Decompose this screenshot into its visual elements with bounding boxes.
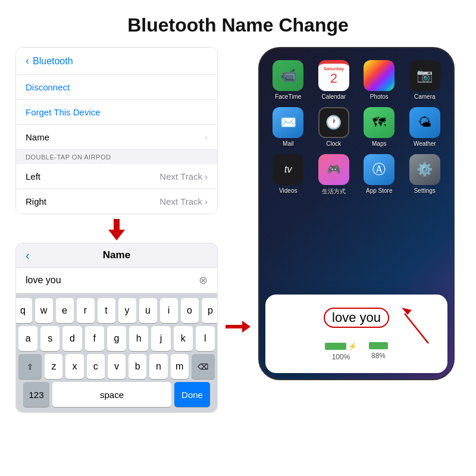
battery-bolt-icon: ⚡ — [348, 342, 357, 350]
double-tap-label: DOUBLE-TAP ON AIRPOD — [26, 154, 111, 161]
name-row[interactable]: Name › — [16, 125, 217, 150]
key-done[interactable]: Done — [174, 382, 210, 407]
key-123[interactable]: 123 — [23, 382, 49, 407]
battery-left: ⚡ 100% — [325, 342, 357, 361]
key-s[interactable]: s — [40, 326, 60, 351]
lifestyle-label: 生活方式 — [322, 187, 346, 196]
key-x[interactable]: x — [65, 354, 83, 379]
right-chevron-icon: › — [205, 196, 208, 206]
key-o[interactable]: o — [181, 298, 199, 323]
step-arrow-down — [15, 217, 218, 243]
disconnect-row[interactable]: Disconnect — [16, 75, 217, 100]
app-maps[interactable]: 🗺 Maps — [360, 107, 399, 147]
photos-icon — [364, 60, 394, 91]
key-a[interactable]: a — [18, 326, 37, 351]
phone-screen: 📹 FaceTime Saturday 2 Calendar Photos 📷 — [258, 47, 455, 380]
name-input[interactable] — [26, 275, 199, 286]
weather-icon: 🌤 — [409, 107, 440, 138]
app-clock[interactable]: 🕐 Clock — [315, 107, 353, 147]
key-u[interactable]: u — [139, 298, 157, 323]
right-row[interactable]: Right Next Track › — [16, 189, 217, 214]
battery-right-fill — [369, 342, 388, 349]
key-c[interactable]: c — [87, 354, 105, 379]
key-delete[interactable]: ⌫ — [192, 354, 215, 379]
key-l[interactable]: l — [196, 326, 215, 351]
clock-label: Clock — [326, 140, 341, 147]
key-h[interactable]: h — [129, 326, 148, 351]
key-z[interactable]: z — [45, 354, 62, 379]
appletv-icon: tv — [273, 154, 303, 185]
key-b[interactable]: b — [129, 354, 146, 379]
key-shift[interactable]: ⇧ — [18, 354, 42, 379]
app-camera[interactable]: 📷 Camera — [406, 60, 444, 100]
settings-label: Settings — [414, 187, 436, 194]
right-label: Right — [26, 196, 46, 206]
key-y[interactable]: y — [118, 298, 136, 323]
key-v[interactable]: v — [108, 354, 126, 379]
key-p[interactable]: p — [202, 298, 218, 323]
key-i[interactable]: i — [160, 298, 178, 323]
photos-label: Photos — [370, 93, 389, 100]
forget-device-row[interactable]: Forget This Device — [16, 100, 217, 125]
app-weather[interactable]: 🌤 Weather — [406, 107, 444, 147]
key-space[interactable]: space — [52, 382, 171, 407]
arrow-head — [242, 321, 250, 333]
arrow-right-icon — [226, 321, 250, 333]
key-f[interactable]: f — [85, 326, 104, 351]
key-n[interactable]: n — [149, 354, 167, 379]
key-g[interactable]: g — [107, 326, 126, 351]
weather-label: Weather — [414, 140, 436, 147]
mail-icon: ✉️ — [273, 107, 303, 138]
name-screen: ‹ Name ⊗ q w e r t y u i o p — [15, 243, 218, 413]
popup-name-label: love you — [324, 308, 389, 328]
key-q[interactable]: q — [15, 298, 32, 323]
app-appletv[interactable]: tv Videos — [269, 154, 308, 196]
keyboard: q w e r t y u i o p a s d f g h — [16, 293, 217, 412]
chevron-left-icon: ‹ — [26, 55, 29, 67]
bluetooth-back-row[interactable]: ‹ Bluetooth — [16, 48, 217, 75]
key-w[interactable]: w — [35, 298, 53, 323]
app-mail[interactable]: ✉️ Mail — [269, 107, 308, 147]
name-input-row[interactable]: ⊗ — [16, 268, 217, 293]
content-area: ‹ Bluetooth Disconnect Forget This Devic… — [0, 47, 476, 415]
key-r[interactable]: r — [77, 298, 95, 323]
key-j[interactable]: j — [151, 326, 170, 351]
left-chevron-icon: › — [205, 171, 208, 181]
app-settings[interactable]: ⚙️ Settings — [406, 154, 444, 196]
settings-card-top: ‹ Bluetooth Disconnect Forget This Devic… — [15, 47, 218, 214]
back-arrow-icon[interactable]: ‹ — [26, 249, 30, 262]
battery-right-bar — [369, 342, 388, 349]
key-k[interactable]: k — [174, 326, 193, 351]
app-calendar[interactable]: Saturday 2 Calendar — [315, 60, 353, 100]
clear-input-button[interactable]: ⊗ — [199, 274, 208, 287]
keyboard-row-3: ⇧ z x c v b n m ⌫ — [18, 354, 215, 379]
forget-label: Forget This Device — [26, 107, 101, 117]
left-row[interactable]: Left Next Track › — [16, 164, 217, 189]
left-panel: ‹ Bluetooth Disconnect Forget This Devic… — [15, 47, 218, 415]
app-appstore[interactable]: Ⓐ App Store — [360, 154, 399, 196]
left-label: Left — [26, 171, 40, 181]
battery-right-pct: 88% — [371, 352, 386, 360]
page-title: Bluetooth Name Change — [0, 0, 476, 47]
arrow-right-container — [228, 321, 248, 333]
facetime-label: FaceTime — [275, 93, 301, 100]
app-facetime[interactable]: 📹 FaceTime — [269, 60, 308, 100]
key-e[interactable]: e — [56, 298, 74, 323]
keyboard-row-4: 123 space Done — [18, 382, 215, 407]
bluetooth-back: ‹ Bluetooth — [26, 55, 73, 67]
calendar-day: 2 — [330, 72, 337, 85]
mail-label: Mail — [283, 140, 293, 147]
double-tap-section: DOUBLE-TAP ON AIRPOD — [16, 150, 217, 164]
settings-icon: ⚙️ — [409, 154, 440, 185]
battery-left-fill — [325, 343, 346, 350]
left-value: Next Track › — [159, 171, 208, 181]
arrow-down-icon — [108, 219, 125, 240]
right-value: Next Track › — [159, 196, 208, 206]
facetime-icon: 📹 — [273, 60, 303, 91]
app-lifestyle[interactable]: 🎮 生活方式 — [315, 154, 353, 196]
key-d[interactable]: d — [62, 326, 82, 351]
name-chevron-icon: › — [205, 133, 208, 142]
key-t[interactable]: t — [98, 298, 115, 323]
key-m[interactable]: m — [171, 354, 189, 379]
app-photos[interactable]: Photos — [360, 60, 399, 100]
